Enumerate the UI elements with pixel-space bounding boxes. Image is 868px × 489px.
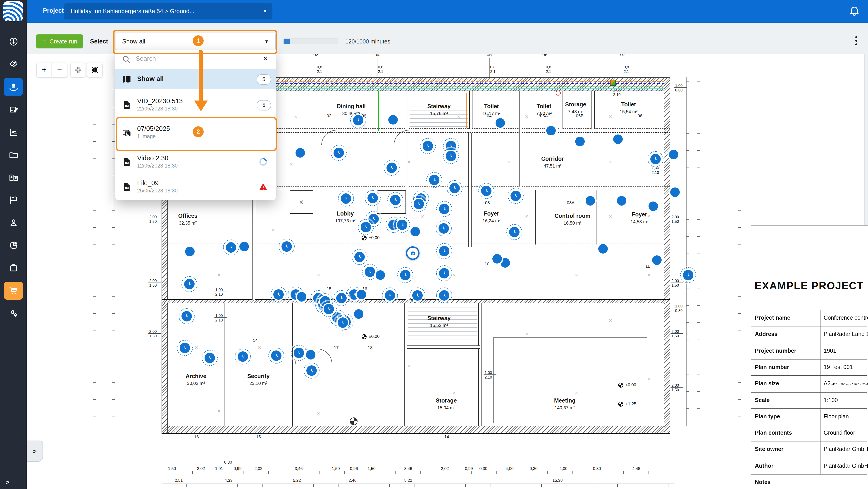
title-block-row: Plan contentsGround floor: [751, 425, 867, 441]
planradar-logo-icon[interactable]: [3, 1, 23, 21]
recording-marker-clock[interactable]: [439, 290, 450, 301]
fit-screen-button[interactable]: [71, 62, 86, 77]
recording-marker-dot[interactable]: [649, 202, 658, 211]
sidebar-item-forms[interactable]: [4, 100, 23, 119]
sidebar-item-shop[interactable]: [4, 282, 23, 300]
dimension-pair: 2,001,50: [671, 215, 679, 224]
recording-marker-clock[interactable]: [400, 270, 410, 280]
sidebar-item-tags[interactable]: [4, 55, 23, 73]
recording-marker-dot[interactable]: [586, 196, 595, 206]
recording-marker-clock[interactable]: [368, 193, 378, 203]
chart-icon: [8, 127, 18, 137]
recording-marker-clock[interactable]: [510, 191, 521, 201]
recording-marker-dot[interactable]: [306, 350, 315, 360]
recording-marker-clock[interactable]: [338, 317, 348, 328]
recording-marker-clock[interactable]: [438, 223, 449, 234]
recording-marker-dot[interactable]: [598, 244, 608, 253]
recording-marker-clock[interactable]: [650, 154, 661, 164]
recording-marker-clock[interactable]: [238, 352, 248, 362]
recording-marker-dot[interactable]: [354, 309, 363, 319]
recording-marker-dot[interactable]: [669, 150, 678, 159]
recording-marker-clock[interactable]: [390, 195, 401, 205]
survey-cross-mark: ×: [457, 113, 461, 120]
recording-marker-dot[interactable]: [617, 196, 626, 206]
recording-marker-clock[interactable]: [385, 290, 395, 301]
recording-marker-clock[interactable]: [481, 186, 492, 196]
red-circle-mark: [556, 91, 561, 95]
recording-marker-dot[interactable]: [185, 247, 195, 256]
dropdown-item-file_09[interactable]: File_0925/05/2023 18:30: [115, 176, 276, 198]
recording-marker-dot[interactable]: [613, 134, 623, 144]
recording-marker-clock[interactable]: [423, 141, 433, 151]
recording-marker-clock[interactable]: [205, 353, 215, 363]
recording-marker-clock[interactable]: [306, 365, 317, 376]
sidebar-item-companies[interactable]: [4, 169, 23, 187]
recording-marker-clock[interactable]: [184, 279, 195, 289]
sidebar-item-contacts[interactable]: [4, 214, 23, 232]
recording-marker-clock[interactable]: [683, 270, 693, 280]
recording-marker-camera[interactable]: [406, 246, 420, 260]
recording-marker-clock[interactable]: [365, 267, 375, 277]
recording-marker-clock[interactable]: [334, 148, 344, 158]
recording-marker-clock[interactable]: [336, 293, 347, 303]
recording-marker-clock[interactable]: [294, 348, 304, 358]
project-selector[interactable]: Holliday Inn Kahlenbergerstraße 54 > Gro…: [64, 3, 273, 20]
recording-marker-dot[interactable]: [296, 148, 305, 158]
recording-marker-clock[interactable]: [397, 220, 407, 230]
sidebar-item-site-visit[interactable]: [4, 78, 23, 96]
dropdown-item-video-2-30[interactable]: Video 2.3012/05/2023 18:30: [115, 149, 276, 174]
sidebar-item-documents[interactable]: [4, 146, 23, 164]
survey-cross-mark: ×: [525, 113, 528, 120]
recording-marker-clock[interactable]: [439, 268, 450, 278]
recording-marker-dot[interactable]: [388, 115, 398, 124]
collapse-view-button[interactable]: [87, 62, 102, 77]
recording-marker-clock[interactable]: [361, 222, 371, 232]
recording-marker-dot[interactable]: [239, 242, 249, 251]
recording-marker-clock[interactable]: [323, 304, 334, 314]
sidebar-item-settings[interactable]: [4, 304, 23, 323]
expand-panel-tab[interactable]: >: [27, 440, 43, 462]
recording-marker-dot[interactable]: [492, 254, 502, 264]
dimension-value: 0,99: [465, 466, 473, 471]
recording-marker-clock[interactable]: [412, 290, 423, 301]
recording-marker-clock[interactable]: [354, 252, 365, 262]
recording-marker-dot[interactable]: [670, 187, 680, 197]
zoom-in-button[interactable]: +: [37, 62, 52, 77]
recording-marker-clock[interactable]: [341, 193, 351, 204]
recording-marker-clock[interactable]: [429, 175, 439, 185]
sidebar-item-tasks[interactable]: [4, 259, 23, 277]
recording-marker-clock[interactable]: [386, 162, 397, 173]
sidebar-item-analytics[interactable]: [4, 236, 23, 254]
sidebar-item-flags[interactable]: [4, 191, 23, 209]
recording-marker-dot[interactable]: [376, 270, 385, 280]
recording-marker-clock[interactable]: [226, 242, 236, 253]
recording-marker-dot[interactable]: [546, 126, 556, 135]
more-options-kebab-icon[interactable]: [850, 35, 862, 47]
recording-marker-clock[interactable]: [281, 241, 292, 252]
zoom-out-button[interactable]: −: [52, 62, 67, 77]
recording-marker-clock[interactable]: [414, 199, 424, 209]
recording-marker-dot[interactable]: [356, 290, 366, 299]
recording-marker-clock[interactable]: [273, 289, 284, 300]
recording-marker-clock[interactable]: [182, 311, 192, 322]
recording-marker-clock[interactable]: [439, 204, 450, 214]
recording-marker-dot[interactable]: [500, 258, 510, 268]
recording-marker-dot[interactable]: [575, 137, 585, 146]
recording-marker-dot[interactable]: [652, 255, 662, 265]
sidebar-expand-chevron-icon[interactable]: >: [5, 478, 9, 486]
recording-marker-dot[interactable]: [496, 118, 505, 128]
sidebar-item-dashboard[interactable]: [4, 33, 23, 51]
dimension-pair-line: [148, 333, 161, 334]
recording-marker-clock[interactable]: [509, 227, 520, 237]
notifications-bell-icon[interactable]: [848, 5, 861, 18]
recording-marker-dot[interactable]: [297, 292, 306, 302]
recording-marker-clock[interactable]: [180, 343, 190, 353]
create-run-button[interactable]: + Create run: [36, 34, 83, 49]
recording-marker-clock[interactable]: [450, 183, 460, 193]
recording-marker-clock[interactable]: [446, 151, 456, 161]
recording-marker-clock[interactable]: [439, 246, 450, 256]
sidebar-item-statistics[interactable]: [4, 123, 23, 141]
recording-marker-clock[interactable]: [271, 350, 281, 361]
recording-marker-clock[interactable]: [353, 115, 363, 125]
recording-marker-dot[interactable]: [410, 227, 420, 236]
